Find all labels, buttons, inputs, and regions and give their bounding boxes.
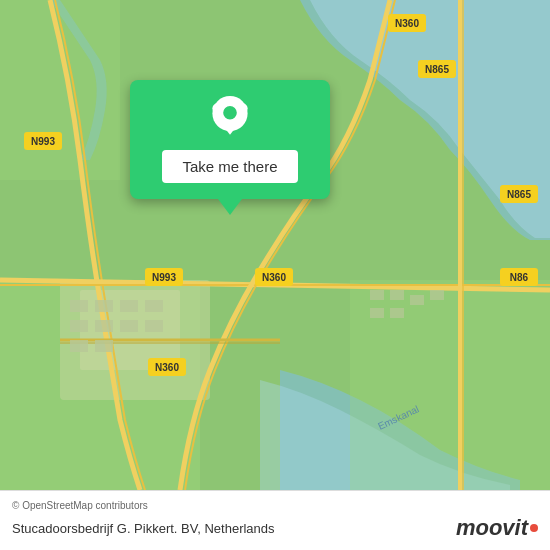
bottom-bar: © OpenStreetMap contributors Stucadoorsb… bbox=[0, 490, 550, 550]
location-name: Stucadoorsbedrijf G. Pikkert. BV, Nether… bbox=[12, 521, 275, 536]
svg-text:N993: N993 bbox=[152, 272, 176, 283]
svg-text:N993: N993 bbox=[31, 136, 55, 147]
svg-rect-31 bbox=[145, 300, 163, 312]
svg-rect-26 bbox=[70, 320, 88, 332]
svg-text:N360: N360 bbox=[395, 18, 419, 29]
svg-rect-38 bbox=[390, 308, 404, 318]
svg-text:N360: N360 bbox=[155, 362, 179, 373]
location-info: Stucadoorsbedrijf G. Pikkert. BV, Nether… bbox=[12, 515, 538, 541]
svg-rect-28 bbox=[120, 320, 138, 332]
svg-rect-23 bbox=[70, 300, 88, 312]
moovit-logo: moovit bbox=[456, 515, 538, 541]
svg-text:N360: N360 bbox=[262, 272, 286, 283]
svg-text:N865: N865 bbox=[425, 64, 449, 75]
svg-rect-24 bbox=[95, 300, 113, 312]
take-me-there-button[interactable]: Take me there bbox=[162, 150, 297, 183]
svg-point-40 bbox=[222, 105, 238, 121]
svg-rect-37 bbox=[370, 308, 384, 318]
moovit-text: moovit bbox=[456, 515, 528, 541]
svg-rect-34 bbox=[390, 290, 404, 300]
svg-rect-33 bbox=[370, 290, 384, 300]
svg-rect-3 bbox=[0, 0, 120, 180]
map-svg: N360 N865 N865 N993 N993 N360 N360 N86 E… bbox=[0, 0, 550, 490]
location-pin-icon bbox=[208, 96, 252, 140]
svg-text:N86: N86 bbox=[510, 272, 529, 283]
svg-rect-36 bbox=[430, 290, 444, 300]
popup-card: Take me there bbox=[130, 80, 330, 199]
svg-rect-32 bbox=[145, 320, 163, 332]
svg-text:N865: N865 bbox=[507, 189, 531, 200]
attribution-text: © OpenStreetMap contributors bbox=[12, 500, 538, 511]
map-container: N360 N865 N865 N993 N993 N360 N360 N86 E… bbox=[0, 0, 550, 490]
svg-rect-35 bbox=[410, 295, 424, 305]
moovit-dot bbox=[530, 524, 538, 532]
svg-rect-25 bbox=[120, 300, 138, 312]
svg-rect-29 bbox=[70, 340, 88, 352]
svg-rect-27 bbox=[95, 320, 113, 332]
svg-rect-30 bbox=[95, 340, 113, 352]
